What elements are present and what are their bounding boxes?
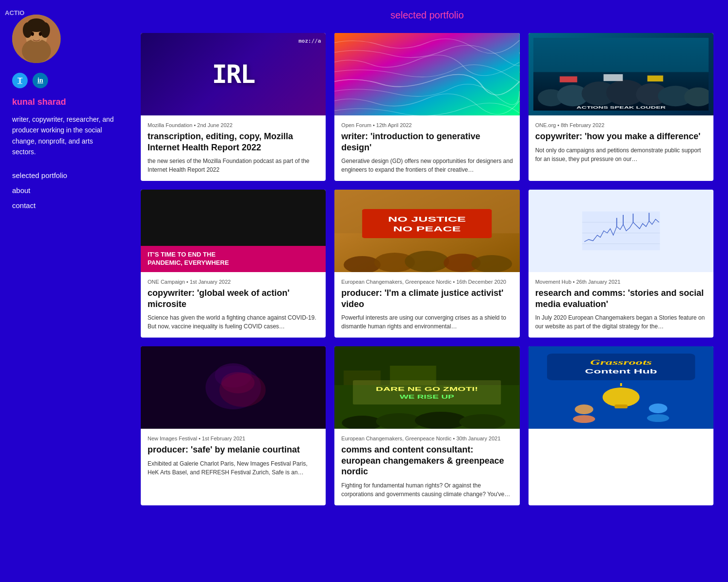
card-climate-justice-image: NO JUSTICE NO PEACE [334,190,519,272]
card-one-campaign-image: IT'S TIME TO END THEPANDEMIC, EVERYWHERE… [141,190,326,272]
card-grassroots-image: Grassroots Content Hub [529,346,713,429]
svg-point-46 [221,372,255,393]
svg-point-31 [405,251,449,272]
card-mozilla-title: transcription, editing, copy, Mozilla In… [148,131,319,153]
card-climate-justice-title: producer: 'I'm a climate justice activis… [341,288,513,309]
card-movement-hub-excerpt: In July 2020 European Changemakers began… [535,313,707,331]
card-one-org-body: ONE.org • 8th February 2022 copywriter: … [529,115,713,181]
svg-rect-34 [582,211,660,250]
card-one-campaign-body: ONE Campaign • 1st January 2022 copywrit… [141,272,326,338]
avatar [12,15,61,63]
card-mozilla-body: Mozilla Foundation • 2nd June 2022 trans… [141,115,326,181]
card-one-campaign: IT'S TIME TO END THEPANDEMIC, EVERYWHERE… [141,190,326,338]
card-european-changemakers-meta: European Changemakers, Greenpeace Nordic… [341,436,513,441]
social-icons: 𝕋 in [12,73,114,88]
card-new-images-excerpt: Exhibited at Galerie Charlot Paris, New … [148,459,319,477]
card-european-changemakers: DARE NE GO ZMOTI! WE RISE UP European Ch… [334,346,519,505]
card-movement-hub-body: Movement Hub • 26th January 2021 researc… [529,272,713,338]
linkedin-icon: in [37,77,43,84]
sidebar: 𝕋 in kunal sharad writer, copywriter, re… [0,0,126,582]
card-new-images: New Images Festival • 1st February 2021 … [141,346,326,505]
card-one-org-title: copywriter: 'how you make a difference' [535,131,707,142]
card-climate-justice-body: European Changemakers, Greenpeace Nordic… [334,272,519,338]
avatar-svg [12,15,61,63]
card-one-org-meta: ONE.org • 8th February 2022 [535,122,707,128]
svg-text:NO JUSTICE: NO JUSTICE [388,216,466,224]
svg-point-68 [647,414,669,422]
main-content: selected portfolio IRL moz://a Mozilla F… [126,0,728,582]
svg-point-67 [649,404,667,413]
card-one-campaign-title: copywriter: 'global week of action' micr… [148,288,319,309]
card-mozilla-excerpt: the new series of the Mozilla Foundation… [148,157,319,174]
cards-grid: IRL moz://a Mozilla Foundation • 2nd Jun… [141,33,713,505]
card-european-changemakers-excerpt: Fighting for fundamental human rights? O… [341,481,513,499]
nav-selected-portfolio[interactable]: selected portfolio [12,171,114,179]
card-movement-hub-meta: Movement Hub • 26th January 2021 [535,279,707,285]
svg-point-56 [415,412,467,429]
card-open-forum-image [334,33,519,115]
svg-point-65 [575,404,593,414]
generative-svg [334,33,519,115]
svg-point-33 [472,255,513,272]
nav-contact[interactable]: contact [12,201,114,210]
svg-text:Grassroots: Grassroots [590,358,652,366]
card-new-images-body: New Images Festival • 1st February 2021 … [141,429,326,505]
card-open-forum-excerpt: Generative design (GD) offers new opport… [341,157,513,174]
card-mozilla: IRL moz://a Mozilla Foundation • 2nd Jun… [141,33,326,181]
card-european-changemakers-title: comms and content consultant: european c… [341,444,513,477]
card-one-org-image: ACTIONS SPEAK LOUDER [529,33,713,115]
card-new-images-title: producer: 'safe' by melanie courtinat [148,444,319,455]
svg-text:ACTIONS SPEAK LOUDER: ACTIONS SPEAK LOUDER [576,105,665,109]
svg-rect-11 [533,38,709,72]
linkedin-link[interactable]: in [33,73,48,88]
svg-rect-51 [353,380,501,404]
svg-text:NO PEACE: NO PEACE [393,226,461,233]
svg-point-66 [573,415,595,423]
svg-point-62 [602,388,639,407]
card-open-forum-meta: Open Forum • 12th April 2022 [341,122,513,128]
mozilla-irl-text: IRL [212,60,255,89]
twitter-link[interactable]: 𝕋 [12,73,28,88]
card-mozilla-meta: Mozilla Foundation • 2nd June 2022 [148,122,319,128]
svg-rect-20 [603,74,623,81]
card-new-images-image [141,346,326,429]
card-climate-justice-meta: European Changemakers, Greenpeace Nordic… [341,279,513,285]
card-one-org-excerpt: Not only do campaigns and petitions demo… [535,146,707,163]
svg-text:DARE NE GO ZMOTI!: DARE NE GO ZMOTI! [376,386,479,392]
card-open-forum-body: Open Forum • 12th April 2022 writer: 'in… [334,115,519,181]
svg-rect-26 [363,209,492,238]
no-justice-svg: NO JUSTICE NO PEACE [334,190,519,272]
card-one-campaign-meta: ONE Campaign • 1st January 2022 [148,279,319,285]
svg-point-7 [31,32,34,36]
avatar-image [12,15,61,63]
card-climate-justice: NO JUSTICE NO PEACE European Changemaker… [334,190,519,338]
svg-point-5 [23,22,33,38]
new-images-svg [141,346,326,429]
one-org-svg: ACTIONS SPEAK LOUDER [533,38,709,111]
card-mozilla-image: IRL moz://a [141,33,326,115]
card-open-forum-title: writer: 'introduction to generative desi… [341,131,513,153]
svg-rect-21 [647,76,663,81]
svg-point-2 [22,39,51,63]
european-svg: DARE NE GO ZMOTI! WE RISE UP [334,346,519,429]
card-movement-hub-image [529,190,713,272]
svg-point-6 [40,22,50,38]
author-bio: writer, copywriter, researcher, and prod… [12,114,114,158]
svg-rect-59 [547,354,695,380]
author-name: kunal sharad [12,97,114,107]
svg-rect-19 [560,76,577,82]
mozilla-logo: moz://a [298,38,321,44]
svg-text:Content Hub: Content Hub [585,368,657,374]
nav-about[interactable]: about [12,186,114,194]
card-grassroots: Grassroots Content Hub [529,346,713,505]
card-european-changemakers-body: European Changemakers, Greenpeace Nordic… [334,429,519,505]
card-new-images-meta: New Images Festival • 1st February 2021 [148,436,319,441]
movement-chart-svg [538,211,704,250]
card-climate-justice-excerpt: Powerful interests are using our converg… [341,313,513,331]
twitter-icon: 𝕋 [17,77,22,85]
card-movement-hub: Movement Hub • 26th January 2021 researc… [529,190,713,338]
svg-text:WE RISE UP: WE RISE UP [400,394,454,400]
card-movement-hub-title: research and comms: 'stories and social … [535,288,707,309]
svg-point-8 [39,32,42,36]
page-layout: 𝕋 in kunal sharad writer, copywriter, re… [0,0,728,582]
